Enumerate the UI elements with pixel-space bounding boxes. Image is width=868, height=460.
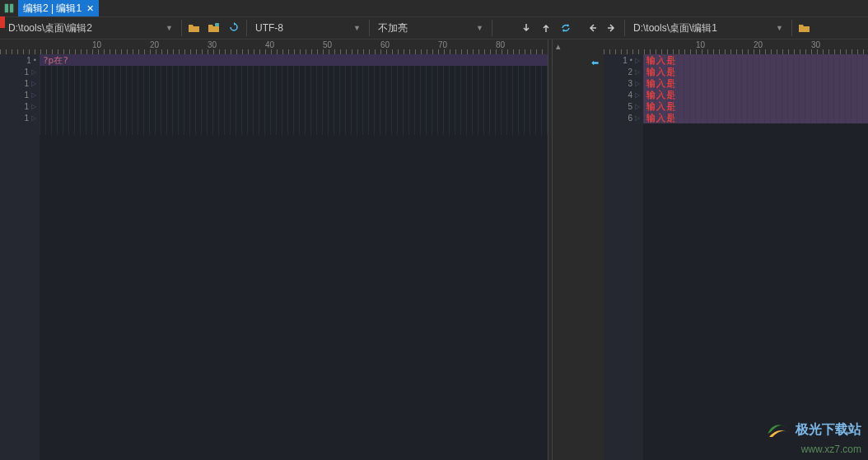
separator (246, 20, 247, 36)
left-gutter: 1• 1▷ 1▷ 1▷ 1▷ 1▷ (0, 54, 40, 460)
code-text: ?p在? (43, 54, 68, 67)
right-open-folder-icon[interactable] (796, 19, 814, 37)
copy-right-icon[interactable] (603, 19, 621, 37)
left-path-text: D:\tools\桌面\编辑2 (8, 21, 92, 35)
left-path-dropdown[interactable]: D:\tools\桌面\编辑2 ▼ (3, 19, 178, 37)
highlight-text: 不加亮 (378, 21, 408, 35)
chevron-down-icon: ▼ (166, 24, 173, 32)
right-code-area[interactable]: 输入是 输入是 输入是 输入是 输入是 输入是 (643, 54, 868, 460)
right-gutter: 1•▷ 2▷ 3▷ 4▷ 5▷ 6▷ (604, 54, 643, 460)
split-view: 10 20 30 40 50 60 70 80 90 1• 1▷ 1▷ 1▷ 1… (0, 39, 868, 460)
separator (369, 20, 370, 36)
center-nav-strip: ▴ ⬅ (553, 39, 604, 460)
right-pane: 10 20 30 1•▷ 2▷ 3▷ 4▷ 5▷ 6▷ 输入是 输入是 输入是 … (604, 39, 868, 460)
app-icon (3, 2, 15, 14)
svg-rect-2 (215, 23, 219, 26)
right-path-dropdown[interactable]: D:\tools\桌面\编辑1 ▼ (628, 19, 788, 37)
chevron-down-icon: ▼ (476, 24, 483, 32)
nav-arrow-icon[interactable]: ⬅ (591, 58, 599, 68)
svg-rect-0 (5, 4, 8, 13)
highlight-dropdown[interactable]: 不加亮 ▼ (373, 19, 488, 37)
open-folder-icon[interactable] (185, 19, 203, 37)
left-code-area[interactable]: ?p在? (40, 54, 548, 460)
chevron-down-icon: ▼ (776, 24, 783, 32)
sync-icon[interactable] (557, 19, 575, 37)
arrow-down-icon[interactable] (517, 19, 535, 37)
left-editor[interactable]: 1• 1▷ 1▷ 1▷ 1▷ 1▷ ?p在? (0, 54, 548, 460)
encoding-dropdown[interactable]: UTF-8 ▼ (250, 19, 366, 37)
encoding-text: UTF-8 (255, 22, 283, 34)
right-editor[interactable]: 1•▷ 2▷ 3▷ 4▷ 5▷ 6▷ 输入是 输入是 输入是 输入是 输入是 输… (604, 54, 868, 460)
tab-editors[interactable]: 编辑2 | 编辑1 ✕ (18, 0, 99, 16)
separator (492, 20, 492, 36)
arrow-up-icon[interactable] (537, 19, 555, 37)
scroll-up-icon[interactable]: ▴ (556, 41, 561, 52)
browse-folder-icon[interactable] (205, 19, 223, 37)
right-path-text: D:\tools\桌面\编辑1 (633, 21, 717, 35)
svg-rect-1 (10, 4, 13, 13)
chevron-down-icon: ▼ (353, 24, 361, 32)
refresh-cloud-icon[interactable] (225, 19, 243, 37)
separator (624, 20, 625, 36)
left-ruler: 10 20 30 40 50 60 70 80 90 (0, 39, 548, 54)
toolbar: D:\tools\桌面\编辑2 ▼ UTF-8 ▼ 不加亮 ▼ D:\tools… (0, 16, 868, 39)
right-ruler: 10 20 30 (604, 39, 868, 54)
separator (181, 20, 182, 36)
close-icon[interactable]: ✕ (86, 3, 94, 14)
separator (791, 20, 792, 36)
copy-left-icon[interactable] (583, 19, 601, 37)
left-pane: 10 20 30 40 50 60 70 80 90 1• 1▷ 1▷ 1▷ 1… (0, 39, 548, 460)
tab-label: 编辑2 | 编辑1 (23, 2, 82, 16)
titlebar: 编辑2 | 编辑1 ✕ (0, 0, 868, 16)
